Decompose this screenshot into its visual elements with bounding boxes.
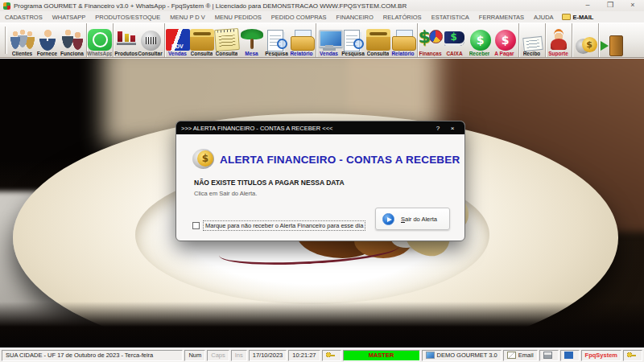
toolbar-relatorio-mesa[interactable]: Relatório bbox=[289, 23, 314, 57]
menu-ferramentas[interactable]: FERRAMENTAS bbox=[474, 14, 529, 21]
toolbar-fornecedor[interactable]: Fornece bbox=[35, 23, 60, 57]
status-time: 10:21:27 bbox=[288, 350, 320, 361]
toolbar-whatsapp[interactable]: WhatsApp bbox=[86, 23, 111, 57]
toolbar: Clientes Fornece Funciona WhatsApp Produ… bbox=[0, 23, 644, 58]
report-folder-icon bbox=[391, 29, 415, 51]
status-app-version: DEMO GOURMET 3.0 bbox=[422, 350, 502, 361]
dialog-heading: ALERTA FINANCEIRO - CONTAS A RECEBER bbox=[220, 154, 460, 166]
dialog-sub-message: Clica em Sair do Alerta. bbox=[194, 190, 257, 197]
monitor-sales-icon bbox=[317, 29, 341, 51]
menu-financeiro[interactable]: FINANCEIRO bbox=[332, 14, 378, 21]
dialog-message: NÃO EXISTE TITULOS A PAGAR NESSA DATA bbox=[194, 179, 345, 187]
key-icon bbox=[627, 352, 636, 359]
pink-dollar-coin-icon bbox=[495, 30, 516, 51]
status-date: 17/10/2023 bbox=[249, 350, 287, 361]
search-docs-icon bbox=[341, 29, 365, 51]
menu-produtos-estoque[interactable]: PRODUTOS/ESTOQUE bbox=[90, 14, 165, 21]
exit-door-icon bbox=[600, 35, 624, 56]
toolbar-moedas[interactable] bbox=[572, 23, 597, 57]
toolbar-consulta-cupom[interactable]: Consulta bbox=[214, 23, 239, 57]
employees-people-icon bbox=[60, 29, 85, 51]
menu-pedidos[interactable]: MENU PEDIDOS bbox=[210, 14, 266, 21]
status-printer bbox=[539, 350, 559, 361]
status-caps-lock: Caps bbox=[207, 350, 229, 361]
exit-alert-button[interactable]: Sair do Alerta bbox=[375, 208, 450, 230]
window-titlebar: Programa GOURMET & Financeiro v3.0 + Wha… bbox=[0, 0, 644, 11]
toolbar-consulta-vendas[interactable]: Consulta bbox=[365, 23, 390, 57]
coin-icon bbox=[192, 149, 214, 169]
dialog-titlebar[interactable]: >>> ALERTA FINANCEIRO - CONTAS A RECEBER… bbox=[176, 121, 464, 134]
menu-whatsapp[interactable]: WHATSAPP bbox=[47, 14, 91, 21]
monitor-icon bbox=[426, 352, 435, 359]
notepad-icon bbox=[214, 28, 240, 51]
status-email: Email bbox=[503, 350, 538, 361]
money-pie-icon bbox=[419, 29, 443, 51]
status-key-2 bbox=[623, 350, 642, 361]
close-button[interactable]: × bbox=[621, 0, 644, 11]
toolbar-pesquisa-mesa[interactable]: Pesquisa bbox=[264, 23, 289, 57]
status-location-date: SUA CIDADE - UF 17 de Outubro de 2023 - … bbox=[2, 350, 183, 361]
toolbar-vendas[interactable]: Vendas bbox=[316, 23, 341, 57]
application-window: Programa GOURMET & Financeiro v3.0 + Wha… bbox=[0, 0, 644, 362]
toolbar-relatorio-vendas[interactable]: Relatório bbox=[390, 23, 415, 57]
app-icon bbox=[3, 2, 10, 10]
menu-cadastros[interactable]: CADASTROS bbox=[0, 14, 47, 21]
printer-icon bbox=[543, 352, 552, 359]
cashbook-icon bbox=[443, 29, 467, 51]
search-docs-icon bbox=[265, 29, 289, 51]
palm-tree-icon bbox=[240, 29, 264, 51]
menu-ajuda[interactable]: AJUDA bbox=[529, 14, 559, 21]
receipt-icon bbox=[522, 36, 543, 51]
toolbar-vendas-pdv[interactable]: Vendas bbox=[164, 23, 189, 57]
support-headset-icon bbox=[547, 29, 571, 51]
barcode-coin-icon bbox=[141, 31, 161, 51]
menu-pdv[interactable]: MENU P D V bbox=[165, 14, 210, 21]
toolbar-consulta-pdv[interactable]: Consulta bbox=[189, 23, 214, 57]
exit-alert-button-label: Sair do Alerta bbox=[401, 216, 437, 223]
photo-dark-foreground bbox=[0, 302, 644, 348]
dialog-help-button[interactable]: ? bbox=[431, 125, 445, 132]
toolbar-receber[interactable]: Receber bbox=[467, 23, 492, 57]
toolbar-mesa[interactable]: Mesa bbox=[239, 23, 264, 57]
menu-estatistica[interactable]: ESTATISTICA bbox=[427, 14, 474, 21]
toolbar-grip bbox=[5, 27, 7, 54]
toolbar-funcionario[interactable]: Funciona bbox=[60, 23, 85, 57]
toolbar-financas[interactable]: Finanças bbox=[417, 23, 442, 57]
status-insert: Ins bbox=[231, 350, 247, 361]
supplier-person-icon bbox=[35, 29, 60, 51]
clients-people-icon bbox=[10, 29, 35, 51]
status-bar: SUA CIDADE - UF 17 de Outubro de 2023 - … bbox=[0, 348, 644, 362]
window-title: Programa GOURMET & Financeiro v3.0 + Wha… bbox=[14, 2, 576, 10]
alert-dialog: >>> ALERTA FINANCEIRO - CONTAS A RECEBER… bbox=[175, 121, 465, 241]
toolbar-pesquisa-vendas[interactable]: Pesquisa bbox=[341, 23, 365, 57]
menu-bar: CADASTROS WHATSAPP PRODUTOS/ESTOQUE MENU… bbox=[0, 11, 644, 23]
gold-coin-icon bbox=[576, 35, 597, 56]
toolbar-recibo[interactable]: Recibo bbox=[518, 23, 543, 57]
whatsapp-icon bbox=[88, 29, 112, 51]
minimize-button[interactable]: – bbox=[576, 0, 599, 11]
pdv-flag-icon bbox=[166, 29, 190, 51]
key-icon bbox=[326, 352, 335, 359]
toolbar-a-pagar[interactable]: A Pagar bbox=[492, 23, 517, 57]
email-icon bbox=[562, 14, 571, 20]
toolbar-caixa[interactable]: CAIXA bbox=[442, 23, 467, 57]
network-icon bbox=[564, 352, 573, 359]
menu-item-email[interactable]: E-MAIL bbox=[559, 14, 597, 21]
menu-pedido-compras[interactable]: PEDIDO COMPRAS bbox=[266, 14, 332, 21]
toolbar-produtos[interactable]: Produtos bbox=[113, 23, 138, 57]
mute-alert-checkbox[interactable] bbox=[192, 222, 200, 229]
status-user-key bbox=[322, 350, 341, 361]
mute-alert-checkbox-label[interactable]: Marque para não receber o Alerta Finance… bbox=[203, 220, 365, 231]
toolbar-suporte[interactable]: Suporte bbox=[545, 23, 570, 57]
toolbar-clientes[interactable]: Clientes bbox=[10, 23, 35, 57]
toolbar-consultar-produtos[interactable]: Consultar bbox=[138, 23, 163, 57]
maximize-button[interactable]: ❒ bbox=[599, 0, 621, 11]
dialog-checkbox-row: Marque para não receber o Alerta Finance… bbox=[192, 220, 365, 231]
mail-icon bbox=[507, 352, 516, 359]
dialog-close-icon[interactable]: × bbox=[445, 125, 460, 132]
toolbar-sair[interactable] bbox=[598, 23, 623, 57]
drawer-icon bbox=[366, 29, 390, 51]
menu-relatorios[interactable]: RELATÓRIOS bbox=[378, 14, 427, 21]
status-master-user: MASTER bbox=[343, 350, 420, 361]
dialog-title: >>> ALERTA FINANCEIRO - CONTAS A RECEBER… bbox=[181, 125, 431, 132]
